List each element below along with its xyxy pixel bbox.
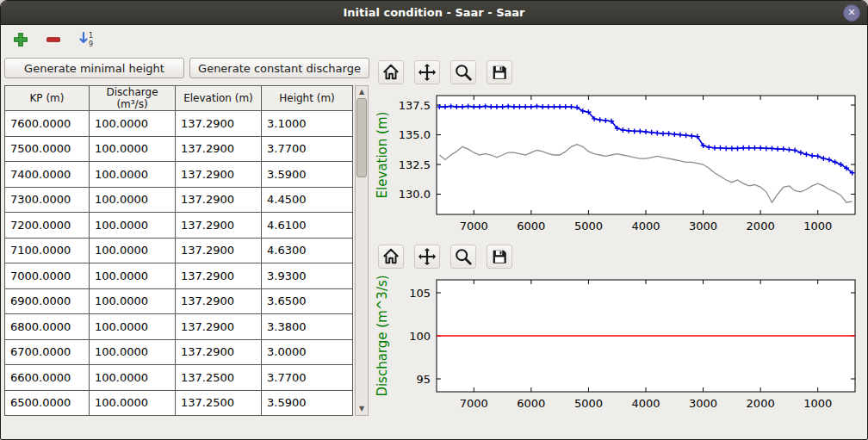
table-scrollbar[interactable]: ▲ ▼ (355, 85, 369, 416)
elevation-chart[interactable]: 7000600050004000300020001000130.0132.513… (375, 89, 862, 237)
window-title: Initial condition - Saar - Saar (343, 6, 524, 19)
svg-text:132.5: 132.5 (399, 158, 431, 171)
table-cell[interactable]: 100.0000 (90, 390, 176, 416)
table-row[interactable]: 7400.0000100.0000137.29003.5900 (5, 162, 353, 188)
table-cell[interactable]: 3.5900 (262, 390, 353, 416)
table-cell[interactable]: 137.2900 (176, 213, 262, 239)
table-cell[interactable]: 3.7700 (262, 136, 353, 162)
table-cell[interactable]: 3.0000 (262, 339, 353, 365)
add-row-button[interactable] (9, 28, 32, 51)
zoom-button[interactable] (450, 60, 476, 84)
table-cell[interactable]: 100.0000 (90, 162, 176, 188)
scrollbar-track[interactable] (356, 98, 368, 403)
table-cell[interactable]: 100.0000 (90, 136, 176, 162)
column-header[interactable]: Height (m) (262, 86, 353, 111)
table-cell[interactable]: 7400.0000 (5, 162, 90, 188)
zoom-icon (454, 247, 473, 266)
table-row[interactable]: 6900.0000100.0000137.29003.6500 (5, 288, 353, 314)
sort-button[interactable]: 1 9 (75, 28, 97, 51)
elevation-plot-toolbar (375, 58, 864, 87)
svg-text:130.0: 130.0 (399, 188, 431, 201)
table-row[interactable]: 7300.0000100.0000137.29004.4500 (5, 187, 353, 213)
table-row[interactable]: 6500.0000100.0000137.25003.5900 (5, 390, 353, 416)
pan-icon (418, 63, 437, 82)
remove-row-button[interactable] (42, 28, 65, 51)
svg-text:Elevation (m): Elevation (m) (375, 112, 390, 199)
table-cell[interactable]: 3.9300 (262, 263, 353, 289)
table-cell[interactable]: 6600.0000 (5, 365, 90, 391)
svg-text:137.5: 137.5 (399, 99, 431, 112)
table-cell[interactable]: 137.2900 (176, 136, 262, 162)
table-cell[interactable]: 100.0000 (90, 111, 176, 137)
table-cell[interactable]: 7300.0000 (5, 187, 90, 213)
generate-constant-discharge-button[interactable]: Generate constant discharge (189, 58, 369, 78)
table-cell[interactable]: 3.5900 (262, 162, 353, 188)
pan-button[interactable] (414, 60, 440, 84)
table-cell[interactable]: 137.2900 (176, 339, 262, 365)
table-row[interactable]: 7600.0000100.0000137.29003.1000 (5, 111, 353, 137)
close-button[interactable]: ✕ (843, 4, 860, 22)
home-button[interactable] (378, 245, 404, 269)
table-cell[interactable]: 100.0000 (90, 238, 176, 263)
table-row[interactable]: 7100.0000100.0000137.29004.6300 (5, 238, 353, 263)
titlebar[interactable]: Initial condition - Saar - Saar ✕ (1, 1, 867, 25)
table-cell[interactable]: 100.0000 (90, 365, 176, 391)
table-cell[interactable]: 137.2900 (176, 187, 262, 213)
table-cell[interactable]: 7100.0000 (5, 238, 90, 263)
table-cell[interactable]: 3.1000 (262, 111, 353, 137)
table-cell[interactable]: 137.2900 (176, 111, 262, 137)
table-cell[interactable]: 100.0000 (90, 288, 176, 314)
table-cell[interactable]: 137.2900 (176, 162, 262, 188)
table-cell[interactable]: 100.0000 (90, 263, 176, 289)
table-cell[interactable]: 7200.0000 (5, 213, 90, 239)
table-cell[interactable]: 6700.0000 (5, 339, 90, 365)
table-cell[interactable]: 4.6300 (262, 238, 353, 263)
table-cell[interactable]: 7000.0000 (5, 263, 90, 289)
table-row[interactable]: 6800.0000100.0000137.29003.3800 (5, 314, 353, 340)
home-button[interactable] (378, 60, 404, 84)
table-cell[interactable]: 100.0000 (90, 314, 176, 340)
table-row[interactable]: 6600.0000100.0000137.25003.7700 (5, 365, 353, 391)
table-row[interactable]: 7500.0000100.0000137.29003.7700 (5, 136, 353, 162)
table-cell[interactable]: 137.2900 (176, 238, 262, 263)
table-cell[interactable]: 6800.0000 (5, 314, 90, 340)
table-cell[interactable]: 100.0000 (90, 339, 176, 365)
svg-text:100: 100 (409, 330, 431, 343)
table-cell[interactable]: 6500.0000 (5, 390, 90, 416)
table-row[interactable]: 6700.0000100.0000137.29003.0000 (5, 339, 353, 365)
table-cell[interactable]: 4.6100 (262, 213, 353, 239)
table-cell[interactable]: 137.2500 (176, 390, 262, 416)
save-icon (490, 63, 509, 82)
table-cell[interactable]: 3.7700 (262, 365, 353, 391)
table-cell[interactable]: 137.2900 (176, 263, 262, 289)
table-cell[interactable]: 4.4500 (262, 187, 353, 213)
table-cell[interactable]: 3.3800 (262, 314, 353, 340)
table-cell[interactable]: 137.2900 (176, 314, 262, 340)
table-cell[interactable]: 7600.0000 (5, 111, 90, 137)
column-header[interactable]: Elevation (m) (176, 86, 262, 111)
scrollbar-thumb[interactable] (356, 98, 367, 177)
column-header[interactable]: Discharge (m³/s) (90, 86, 176, 111)
table-cell[interactable]: 7500.0000 (5, 136, 90, 162)
table-cell[interactable]: 137.2500 (176, 365, 262, 391)
table-cell[interactable]: 100.0000 (90, 187, 176, 213)
table-row[interactable]: 7000.0000100.0000137.29003.9300 (5, 263, 353, 289)
save-button[interactable] (487, 245, 512, 269)
generate-minimal-height-button[interactable]: Generate minimal height (4, 58, 184, 78)
svg-text:4000: 4000 (631, 397, 660, 410)
svg-text:3000: 3000 (689, 220, 717, 232)
table-cell[interactable]: 137.2900 (176, 288, 262, 314)
zoom-button[interactable] (450, 245, 476, 269)
scroll-up-icon[interactable]: ▲ (356, 86, 368, 98)
zoom-icon (454, 63, 473, 82)
table-cell[interactable]: 3.6500 (262, 288, 353, 314)
table-cell[interactable]: 100.0000 (90, 213, 176, 239)
pan-button[interactable] (414, 245, 440, 269)
column-header[interactable]: KP (m) (5, 86, 90, 111)
scroll-down-icon[interactable]: ▼ (356, 403, 368, 415)
window: Initial condition - Saar - Saar ✕ 1 9 Ge… (0, 0, 868, 440)
save-button[interactable] (487, 60, 512, 84)
table-row[interactable]: 7200.0000100.0000137.29004.6100 (5, 213, 353, 239)
table-cell[interactable]: 6900.0000 (5, 288, 90, 314)
discharge-chart[interactable]: 700060005000400030002000100095100105Disc… (375, 273, 862, 414)
